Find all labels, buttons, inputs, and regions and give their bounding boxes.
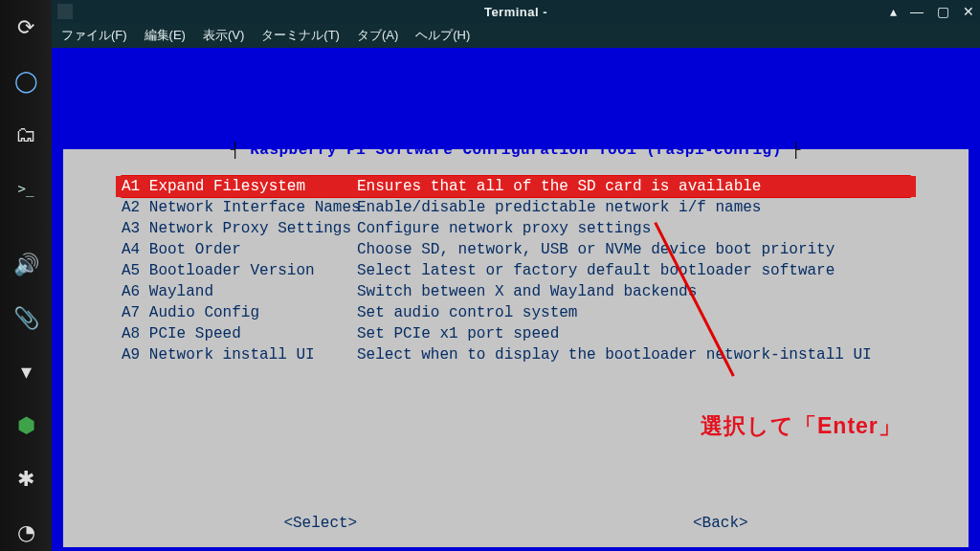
menu-item-a3[interactable]: A3 Network Proxy SettingsConfigure netwo… <box>116 218 916 239</box>
menu-item-label: A4 Boot Order <box>122 239 357 260</box>
menu-item-description: Configure network proxy settings <box>357 218 651 239</box>
menu-item-a5[interactable]: A5 Bootloader VersionSelect latest or fa… <box>116 260 916 281</box>
attachment-icon[interactable]: 📎 <box>10 300 42 337</box>
window-close-button[interactable]: ✕ <box>963 4 974 19</box>
wifi-icon[interactable]: ▾ <box>10 354 42 390</box>
menu-item-label: A9 Network install UI <box>122 344 357 365</box>
menu-item-a6[interactable]: A6 WaylandSwitch between X and Wayland b… <box>116 281 916 302</box>
menu-item-a2[interactable]: A2 Network Interface NamesEnable/disable… <box>116 197 916 218</box>
menu-item-description: Switch between X and Wayland backends <box>357 281 697 302</box>
menu-edit[interactable]: 編集(E) <box>145 27 186 44</box>
menu-item-a7[interactable]: A7 Audio ConfigSet audio control system <box>116 302 916 323</box>
menubar: ファイル(F) 編集(E) 表示(V) ターミナル(T) タブ(A) ヘルプ(H… <box>52 23 980 48</box>
menu-item-label: A1 Expand Filesystem <box>122 176 357 197</box>
menu-item-description: Select latest or factory default bootloa… <box>357 260 835 281</box>
files-icon[interactable]: 🗂 <box>10 117 42 153</box>
browser-icon[interactable]: ◯ <box>10 63 42 99</box>
window-pin-button[interactable]: ▴ <box>890 4 897 19</box>
menu-item-label: A7 Audio Config <box>122 302 357 323</box>
launcher-bar: ⟳ ◯ 🗂 >_ 🔊 📎 ▾ ⬢ ✱ ◔ <box>0 0 52 551</box>
menu-view[interactable]: 表示(V) <box>203 27 244 44</box>
menu-item-description: Set audio control system <box>357 302 577 323</box>
volume-icon[interactable]: 🔊 <box>10 247 42 283</box>
menu-item-label: A6 Wayland <box>122 281 357 302</box>
window-app-icon <box>57 4 73 19</box>
menu-tab[interactable]: タブ(A) <box>357 27 398 44</box>
menu-item-description: Set PCIe x1 port speed <box>357 323 559 344</box>
back-button[interactable]: <Back> <box>693 515 748 532</box>
dialog-title: ┤ Raspberry Pi Software Configuration To… <box>116 142 916 159</box>
menu-item-label: A3 Network Proxy Settings <box>122 218 357 239</box>
window-title: Terminal - <box>52 5 980 19</box>
menu-item-a4[interactable]: A4 Boot OrderChoose SD, network, USB or … <box>116 239 916 260</box>
menu-item-description: Select when to display the bootloader ne… <box>357 344 872 365</box>
menu-item-label: A8 PCIe Speed <box>122 323 357 344</box>
menu-item-a1[interactable]: A1 Expand FilesystemEnsures that all of … <box>116 176 916 197</box>
menu-item-label: A5 Bootloader Version <box>122 260 357 281</box>
menu-help[interactable]: ヘルプ(H) <box>415 27 470 44</box>
menu-item-label: A2 Network Interface Names <box>122 197 357 218</box>
advanced-options-list: A1 Expand FilesystemEnsures that all of … <box>116 176 916 365</box>
select-button[interactable]: <Select> <box>283 515 357 532</box>
terminal-icon[interactable]: >_ <box>10 170 42 207</box>
menu-item-description: Choose SD, network, USB or NVMe device b… <box>357 239 835 260</box>
desktop: ⟳ ◯ 🗂 >_ 🔊 📎 ▾ ⬢ ✱ ◔ Terminal - ▴ — ▢ ✕ … <box>0 0 980 551</box>
terminal-area: ┤ Raspberry Pi Software Configuration To… <box>52 48 980 551</box>
raspi-config-dialog: ┤ Raspberry Pi Software Configuration To… <box>63 149 969 547</box>
menu-item-description: Enable/disable predictable network i/f n… <box>357 197 761 218</box>
refresh-icon[interactable]: ⟳ <box>10 10 42 46</box>
clock-icon[interactable]: ◔ <box>10 515 42 551</box>
window-titlebar[interactable]: Terminal - ▴ — ▢ ✕ <box>52 0 980 23</box>
terminal-window: Terminal - ▴ — ▢ ✕ ファイル(F) 編集(E) 表示(V) タ… <box>52 0 980 551</box>
menu-terminal[interactable]: ターミナル(T) <box>261 27 340 44</box>
menu-item-description: Ensures that all of the SD card is avail… <box>357 176 761 197</box>
menu-item-a9[interactable]: A9 Network install UISelect when to disp… <box>116 344 916 365</box>
cube-icon[interactable]: ⬢ <box>10 408 42 444</box>
menu-file[interactable]: ファイル(F) <box>61 27 127 44</box>
window-max-button[interactable]: ▢ <box>937 4 949 19</box>
menu-item-a8[interactable]: A8 PCIe SpeedSet PCIe x1 port speed <box>116 323 916 344</box>
bluetooth-icon[interactable]: ✱ <box>10 461 42 497</box>
window-min-button[interactable]: — <box>910 4 924 19</box>
